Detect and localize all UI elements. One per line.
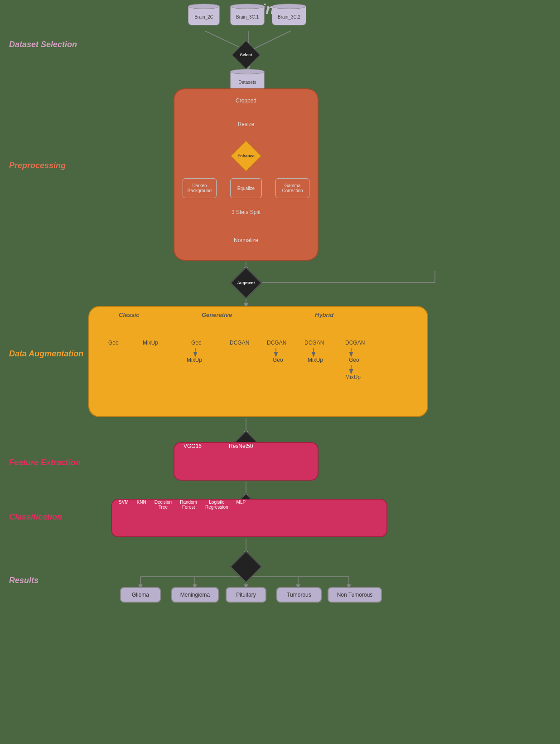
preprocess-split: 3 Stets Split: [232, 209, 261, 215]
classif-lr: LogisticRegression: [205, 500, 228, 510]
gamma-correction-box: Gamma Correction: [275, 178, 309, 198]
augmentation-box: Classic Generative Hybrid Geo MixUp Geo …: [88, 306, 428, 417]
preprocess-cropped: Cropped: [236, 97, 256, 104]
db-brain3c1: Brain_3C.1: [230, 4, 265, 25]
preprocess-normalize: Normalize: [234, 237, 258, 243]
feature-vgg16: VGG16: [183, 443, 202, 449]
result-tumorous: Tumorous: [276, 587, 322, 603]
equalize-box: Equalize: [230, 178, 262, 198]
enhance-diamond: Enhance: [235, 145, 257, 167]
classif-mlp: MLP: [237, 500, 246, 510]
classif-knn: KNN: [137, 500, 146, 510]
feature-extraction-box: VGG16 ResNet50: [174, 442, 319, 481]
result-glioma: Glioma: [120, 587, 161, 603]
darken-background-box: Darken Background: [183, 178, 217, 198]
classif-svm: SVM: [119, 500, 129, 510]
preprocessing-box: Cropped Resize Enhance Darken Background…: [174, 88, 319, 261]
classification-box: SVM KNN DecisionTree RandomForest Logist…: [111, 499, 387, 537]
label-preprocessing: Preprocessing: [9, 161, 66, 170]
result-meningioma: Meningioma: [171, 587, 219, 603]
db-brain3c2: Brain_3C.2: [272, 4, 306, 25]
augment-diamond: Augment: [235, 272, 257, 294]
db-datasets: Datasets: [230, 69, 265, 91]
result-pituitary: Pituitary: [226, 587, 266, 603]
aug-internal-arrows: [89, 307, 429, 418]
label-dataset-selection: Dataset Selection: [9, 40, 77, 49]
classif-rf: RandomForest: [180, 500, 197, 510]
diagram-container: No Yes: [0, 0, 560, 744]
label-results: Results: [9, 576, 39, 585]
label-feature-extraction: Feature Extraction: [9, 458, 81, 467]
feature-resnet50: ResNet50: [229, 443, 253, 449]
db-brain2c: Brain_2C: [188, 4, 220, 25]
label-data-augmentation: Data Augmentation: [9, 349, 83, 359]
results-diamond: [235, 555, 257, 578]
classif-dt: DecisionTree: [154, 500, 172, 510]
label-classification: Classification: [9, 512, 62, 522]
result-non-tumorous: Non Tumorous: [328, 587, 382, 603]
preprocess-resize: Resize: [238, 121, 255, 127]
select-diamond: Select: [236, 45, 256, 65]
